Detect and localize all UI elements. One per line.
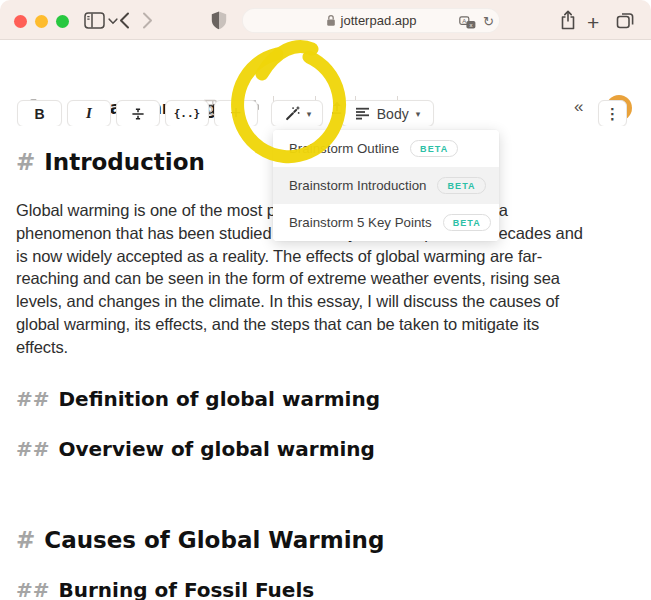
close-window-button[interactable] xyxy=(14,15,27,28)
code-button[interactable]: {..} xyxy=(165,100,209,127)
heading-marker: ## xyxy=(16,437,50,461)
url-text: jotterpad.app xyxy=(341,13,417,28)
kebab-icon: ⋮ xyxy=(605,105,620,123)
collapse-icon: « xyxy=(574,97,583,116)
sidebar-icon xyxy=(84,12,105,29)
chevron-down-icon xyxy=(108,18,118,25)
strikethrough-icon xyxy=(130,106,146,122)
browser-toolbar: jotterpad.app A x ↻ + xyxy=(0,0,651,40)
heading-causes: #Causes of Global Warming xyxy=(16,527,384,553)
paragraph-line: effects. xyxy=(16,336,583,359)
share-icon xyxy=(560,10,576,30)
translate-icon: A x xyxy=(459,16,476,30)
ai-brainstorm-menu: Brainstorm Outline BETA Brainstorm Intro… xyxy=(273,130,499,241)
paragraph-line: reaching and can be seen in the form of … xyxy=(16,267,583,290)
heading-definition: ##Definition of global warming xyxy=(16,387,380,411)
paragraph-lines-icon xyxy=(355,107,370,120)
insert-plus-label: + xyxy=(231,103,242,124)
heading-marker: # xyxy=(16,527,35,553)
reload-icon: ↻ xyxy=(483,14,494,29)
bold-label: B xyxy=(34,106,44,122)
menu-item-brainstorm-outline[interactable]: Brainstorm Outline BETA xyxy=(273,130,499,167)
paragraph-style-value: Body xyxy=(377,106,409,122)
lock-icon xyxy=(326,14,336,27)
more-options-button[interactable]: ⋮ xyxy=(598,100,627,127)
strikethrough-button[interactable] xyxy=(116,100,160,127)
menu-item-label: Brainstorm Outline xyxy=(289,141,399,156)
heading-text: Burning of Fossil Fuels xyxy=(59,578,315,600)
paragraph-line: global warming, its effects, and the ste… xyxy=(16,313,583,336)
privacy-report-button[interactable] xyxy=(211,11,227,30)
insert-block-button[interactable]: + xyxy=(214,100,258,127)
menu-item-brainstorm-5-key-points[interactable]: Brainstorm 5 Key Points BETA xyxy=(273,204,499,241)
new-tab-button[interactable]: + xyxy=(587,11,599,35)
menu-item-brainstorm-introduction[interactable]: Brainstorm Introduction BETA xyxy=(273,167,499,204)
app-header: Global Warming xyxy=(0,41,651,98)
heading-burning: ##Burning of Fossil Fuels xyxy=(16,578,314,600)
address-bar[interactable]: jotterpad.app A x ↻ xyxy=(242,8,500,33)
tabs-icon xyxy=(616,11,635,29)
menu-item-label: Brainstorm Introduction xyxy=(289,178,426,193)
beta-badge: BETA xyxy=(410,140,458,157)
sidebar-toggle-button[interactable] xyxy=(84,12,105,29)
paragraph-style-button[interactable]: Body ▾ xyxy=(341,100,434,127)
heading-marker: ## xyxy=(16,387,50,411)
paragraph-line: is now widely accepted as a reality. The… xyxy=(16,245,583,268)
forward-button[interactable] xyxy=(142,12,153,29)
italic-label: I xyxy=(86,105,92,122)
svg-text:A: A xyxy=(462,17,466,23)
heading-introduction: #Introduction xyxy=(16,149,205,175)
heading-marker: # xyxy=(16,149,35,175)
browser-window: jotterpad.app A x ↻ + xyxy=(0,0,651,600)
heading-marker: ## xyxy=(16,578,50,600)
back-button[interactable] xyxy=(119,12,130,29)
back-icon xyxy=(119,12,130,29)
heading-text: Overview of global warming xyxy=(59,437,375,461)
svg-text:x: x xyxy=(469,21,472,27)
shield-icon xyxy=(211,11,227,30)
magic-wand-icon xyxy=(283,105,301,123)
minimize-window-button[interactable] xyxy=(35,15,48,28)
bold-button[interactable]: B xyxy=(17,100,62,127)
sidebar-chevron-button[interactable] xyxy=(108,18,118,25)
code-label: {..} xyxy=(174,107,201,120)
heading-text: Introduction xyxy=(44,149,205,175)
collapse-toolbar-button[interactable]: « xyxy=(568,96,589,118)
reload-button[interactable]: ↻ xyxy=(483,14,494,29)
beta-badge: BETA xyxy=(443,214,491,231)
share-button[interactable] xyxy=(560,10,576,30)
heading-text: Definition of global warming xyxy=(59,387,380,411)
zoom-window-button[interactable] xyxy=(56,15,69,28)
heading-overview: ##Overview of global warming xyxy=(16,437,375,461)
caret-down-icon: ▾ xyxy=(307,109,312,119)
tab-overview-button[interactable] xyxy=(616,11,635,29)
ai-wand-button[interactable]: ▾ xyxy=(271,100,323,127)
forward-icon xyxy=(142,12,153,29)
caret-down-icon: ▾ xyxy=(416,109,421,119)
heading-text: Causes of Global Warming xyxy=(44,527,384,553)
paragraph-line: levels, and changes in the climate. In t… xyxy=(16,290,583,313)
menu-item-label: Brainstorm 5 Key Points xyxy=(289,215,432,230)
plus-icon: + xyxy=(587,11,599,35)
italic-button[interactable]: I xyxy=(67,100,111,127)
translate-button[interactable]: A x xyxy=(459,14,476,30)
beta-badge: BETA xyxy=(437,177,485,194)
